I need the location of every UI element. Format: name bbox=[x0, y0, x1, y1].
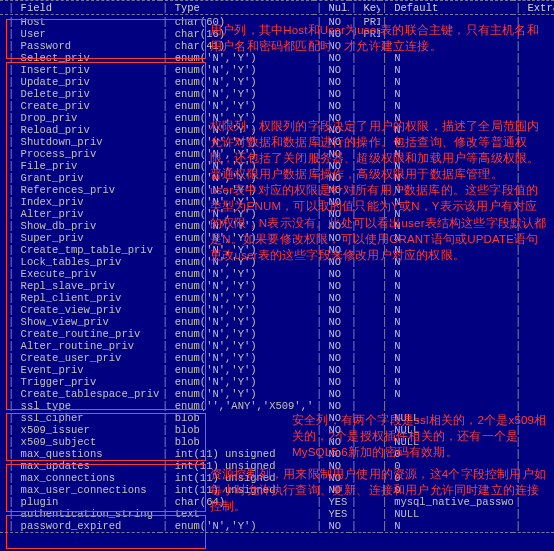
cell-type: | enum('N','Y') bbox=[160, 341, 314, 353]
cell-default: | NULL bbox=[380, 437, 513, 449]
cell-extra: | bbox=[513, 521, 554, 533]
cell-field: | Create_tablespace_priv bbox=[0, 389, 160, 401]
cell-type: | blob bbox=[160, 413, 314, 425]
table-row: | Grant_priv| enum('N','Y')| NO| | N| bbox=[0, 173, 554, 185]
cell-field: | Execute_priv bbox=[0, 269, 160, 281]
cell-null: | NO bbox=[314, 281, 349, 293]
table-row: | Update_priv| enum('N','Y')| NO| | N| bbox=[0, 77, 554, 89]
cell-field: | Alter_routine_priv bbox=[0, 341, 160, 353]
cell-null: | NO bbox=[314, 257, 349, 269]
cell-type: | enum('N','Y') bbox=[160, 365, 314, 377]
cell-type: | enum('N','Y') bbox=[160, 353, 314, 365]
cell-null: | NO bbox=[314, 365, 349, 377]
table-row: | Show_db_priv| enum('N','Y')| NO| | N| bbox=[0, 221, 554, 233]
cell-extra: | bbox=[513, 41, 554, 53]
cell-extra: | bbox=[513, 257, 554, 269]
table-row: | x509_subject| blob| NO| | NULL| bbox=[0, 437, 554, 449]
cell-null: | NO bbox=[314, 293, 349, 305]
cell-field: | Super_priv bbox=[0, 233, 160, 245]
cell-field: | Update_priv bbox=[0, 77, 160, 89]
cell-key: | bbox=[349, 185, 380, 197]
cell-default: | mysql_native_password bbox=[380, 497, 513, 509]
cell-extra: | bbox=[513, 401, 554, 413]
cell-field: | Grant_priv bbox=[0, 173, 160, 185]
cell-field: | Alter_priv bbox=[0, 209, 160, 221]
cell-null: | NO bbox=[314, 65, 349, 77]
cell-type: | enum('N','Y') bbox=[160, 65, 314, 77]
hdr-null: | Null bbox=[314, 3, 349, 15]
cell-field: | Drop_priv bbox=[0, 113, 160, 125]
table-row: | max_connections| int(11) unsigned| NO|… bbox=[0, 473, 554, 485]
cell-null: | NO bbox=[314, 17, 349, 29]
cell-null: | NO bbox=[314, 125, 349, 137]
cell-type: | enum('N','Y') bbox=[160, 377, 314, 389]
cell-field: | Password bbox=[0, 41, 160, 53]
table-row: | Trigger_priv| enum('N','Y')| NO| | N| bbox=[0, 377, 554, 389]
table-row: | Alter_routine_priv| enum('N','Y')| NO|… bbox=[0, 341, 554, 353]
cell-null: | YES bbox=[314, 509, 349, 521]
cell-default: | 0 bbox=[380, 473, 513, 485]
cell-type: | enum('N','Y') bbox=[160, 113, 314, 125]
cell-default: | 0 bbox=[380, 485, 513, 497]
cell-default: | NULL bbox=[380, 425, 513, 437]
cell-type: | enum('N','Y') bbox=[160, 209, 314, 221]
cell-key: | bbox=[349, 269, 380, 281]
table-row: | Process_priv| enum('N','Y')| NO| | N| bbox=[0, 149, 554, 161]
cell-type: | enum('N','Y') bbox=[160, 173, 314, 185]
cell-extra: | bbox=[513, 449, 554, 461]
cell-null: | NO bbox=[314, 413, 349, 425]
cell-null: | NO bbox=[314, 401, 349, 413]
cell-null: | NO bbox=[314, 41, 349, 53]
cell-type: | enum('N','Y') bbox=[160, 221, 314, 233]
cell-default: | NULL bbox=[380, 509, 513, 521]
cell-extra: | bbox=[513, 389, 554, 401]
cell-extra: | bbox=[513, 77, 554, 89]
cell-null: | NO bbox=[314, 329, 349, 341]
cell-key: | bbox=[349, 425, 380, 437]
cell-key: | bbox=[349, 89, 380, 101]
cell-type: | enum('N','Y') bbox=[160, 53, 314, 65]
cell-default: | N bbox=[380, 281, 513, 293]
cell-type: | text bbox=[160, 509, 314, 521]
cell-key: | bbox=[349, 257, 380, 269]
cell-type: | blob bbox=[160, 437, 314, 449]
cell-null: | NO bbox=[314, 209, 349, 221]
cell-null: | NO bbox=[314, 89, 349, 101]
cell-type: | blob bbox=[160, 425, 314, 437]
cell-null: | NO bbox=[314, 221, 349, 233]
cell-extra: | bbox=[513, 365, 554, 377]
table-row: | Lock_tables_priv| enum('N','Y')| NO| |… bbox=[0, 257, 554, 269]
cell-null: | NO bbox=[314, 389, 349, 401]
cell-type: | enum('N','Y') bbox=[160, 125, 314, 137]
cell-default: | N bbox=[380, 257, 513, 269]
cell-extra: | bbox=[513, 305, 554, 317]
table-header: | Field| Type| Null| Key| Default| Extra bbox=[0, 3, 554, 15]
cell-default: | N bbox=[380, 125, 513, 137]
cell-null: | YES bbox=[314, 497, 349, 509]
cell-default: | N bbox=[380, 365, 513, 377]
cell-extra: | bbox=[513, 137, 554, 149]
table-row: | max_user_connections| int(11) unsigned… bbox=[0, 485, 554, 497]
cell-key: | bbox=[349, 449, 380, 461]
cell-default: | N bbox=[380, 269, 513, 281]
cell-field: | Show_view_priv bbox=[0, 317, 160, 329]
cell-default: | bbox=[380, 401, 513, 413]
cell-null: | NO bbox=[314, 341, 349, 353]
cell-key: | bbox=[349, 329, 380, 341]
cell-type: | enum('N','Y') bbox=[160, 101, 314, 113]
cell-default: | 0 bbox=[380, 449, 513, 461]
cell-default: | N bbox=[380, 65, 513, 77]
cell-type: | enum('N','Y') bbox=[160, 149, 314, 161]
cell-key: | bbox=[349, 305, 380, 317]
cell-null: | NO bbox=[314, 425, 349, 437]
cell-type: | enum('N','Y') bbox=[160, 257, 314, 269]
cell-key: | PRI bbox=[349, 17, 380, 29]
table-row: | Create_priv| enum('N','Y')| NO| | N| bbox=[0, 101, 554, 113]
hdr-type: | Type bbox=[160, 3, 314, 15]
cell-null: | NO bbox=[314, 101, 349, 113]
cell-key: | bbox=[349, 497, 380, 509]
cell-field: | Repl_slave_priv bbox=[0, 281, 160, 293]
cell-default: | N bbox=[380, 149, 513, 161]
table-row: | Shutdown_priv| enum('N','Y')| NO| | N| bbox=[0, 137, 554, 149]
cell-null: | NO bbox=[314, 449, 349, 461]
